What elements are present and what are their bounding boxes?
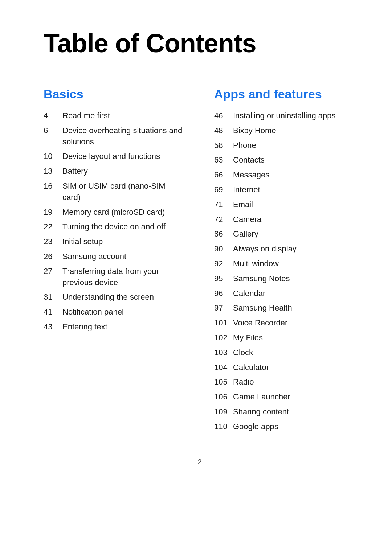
list-item: 71Email bbox=[214, 199, 356, 210]
list-item: 22Turning the device on and off bbox=[44, 221, 185, 233]
toc-item-text: Battery bbox=[62, 166, 88, 177]
list-item: 13Battery bbox=[44, 166, 185, 177]
basics-list: 4Read me first6Device overheating situat… bbox=[44, 110, 185, 333]
toc-item-text: Internet bbox=[233, 184, 260, 196]
toc-item-text: Sharing content bbox=[233, 406, 289, 418]
toc-page-number: 13 bbox=[44, 166, 62, 177]
toc-page-number: 19 bbox=[44, 207, 62, 218]
toc-item-text: Gallery bbox=[233, 229, 258, 240]
toc-item-text: Email bbox=[233, 199, 253, 210]
toc-page-number: 43 bbox=[44, 321, 62, 333]
toc-page-number: 72 bbox=[214, 214, 233, 225]
toc-page-number: 63 bbox=[214, 155, 233, 166]
list-item: 69Internet bbox=[214, 184, 356, 196]
toc-columns: Basics 4Read me first6Device overheating… bbox=[44, 87, 356, 436]
list-item: 63Contacts bbox=[214, 155, 356, 166]
list-item: 86Gallery bbox=[214, 229, 356, 240]
toc-page-number: 102 bbox=[214, 332, 233, 344]
toc-page-number: 90 bbox=[214, 243, 233, 255]
toc-item-text: Transferring data from your previous dev… bbox=[62, 266, 185, 288]
toc-item-text: Read me first bbox=[62, 110, 110, 122]
toc-page-number: 16 bbox=[44, 181, 62, 192]
list-item: 10Device layout and functions bbox=[44, 151, 185, 162]
toc-item-text: Messages bbox=[233, 169, 269, 181]
toc-item-text: Memory card (microSD card) bbox=[62, 207, 165, 218]
toc-page-number: 109 bbox=[214, 406, 233, 418]
toc-item-text: My Files bbox=[233, 332, 263, 344]
list-item: 103Clock bbox=[214, 347, 356, 358]
toc-page-number: 104 bbox=[214, 362, 233, 373]
list-item: 97Samsung Health bbox=[214, 303, 356, 314]
toc-page-number: 23 bbox=[44, 236, 62, 247]
toc-page-number: 27 bbox=[44, 266, 62, 277]
list-item: 109Sharing content bbox=[214, 406, 356, 418]
toc-item-text: Calculator bbox=[233, 362, 269, 373]
toc-page-number: 92 bbox=[214, 258, 233, 270]
list-item: 23Initial setup bbox=[44, 236, 185, 247]
toc-item-text: Radio bbox=[233, 377, 254, 388]
toc-item-text: Game Launcher bbox=[233, 391, 290, 403]
toc-page-number: 105 bbox=[214, 377, 233, 388]
list-item: 101Voice Recorder bbox=[214, 317, 356, 329]
toc-page-number: 10 bbox=[44, 151, 62, 162]
basics-column: Basics 4Read me first6Device overheating… bbox=[44, 87, 185, 336]
toc-page-number: 69 bbox=[214, 184, 233, 196]
list-item: 96Calendar bbox=[214, 288, 356, 299]
page-title: Table of Contents bbox=[44, 29, 356, 58]
list-item: 92Multi window bbox=[214, 258, 356, 270]
toc-page-number: 97 bbox=[214, 303, 233, 314]
list-item: 66Messages bbox=[214, 169, 356, 181]
toc-item-text: SIM or USIM card (nano-SIM card) bbox=[62, 181, 185, 203]
list-item: 41Notification panel bbox=[44, 307, 185, 318]
list-item: 95Samsung Notes bbox=[214, 273, 356, 284]
toc-page-number: 26 bbox=[44, 251, 62, 262]
toc-page-number: 96 bbox=[214, 288, 233, 299]
list-item: 46Installing or uninstalling apps bbox=[214, 110, 356, 122]
list-item: 43Entering text bbox=[44, 321, 185, 333]
list-item: 105Radio bbox=[214, 377, 356, 388]
toc-item-text: Samsung Notes bbox=[233, 273, 290, 284]
list-item: 48Bixby Home bbox=[214, 125, 356, 136]
toc-item-text: Initial setup bbox=[62, 236, 103, 247]
list-item: 19Memory card (microSD card) bbox=[44, 207, 185, 218]
toc-item-text: Phone bbox=[233, 140, 256, 151]
toc-item-text: Samsung account bbox=[62, 251, 126, 262]
basics-heading: Basics bbox=[44, 87, 185, 102]
toc-page-number: 4 bbox=[44, 110, 62, 122]
toc-item-text: Google apps bbox=[233, 421, 278, 432]
list-item: 27Transferring data from your previous d… bbox=[44, 266, 185, 288]
list-item: 72Camera bbox=[214, 214, 356, 225]
toc-page-number: 58 bbox=[214, 140, 233, 151]
toc-item-text: Clock bbox=[233, 347, 253, 358]
list-item: 90Always on display bbox=[214, 243, 356, 255]
toc-page-number: 103 bbox=[214, 347, 233, 358]
list-item: 58Phone bbox=[214, 140, 356, 151]
apps-column: Apps and features 46Installing or uninst… bbox=[214, 87, 356, 436]
toc-item-text: Calendar bbox=[233, 288, 265, 299]
toc-item-text: Bixby Home bbox=[233, 125, 276, 136]
toc-page-number: 71 bbox=[214, 199, 233, 210]
toc-item-text: Voice Recorder bbox=[233, 317, 287, 329]
list-item: 104Calculator bbox=[214, 362, 356, 373]
toc-item-text: Installing or uninstalling apps bbox=[233, 110, 336, 122]
toc-item-text: Notification panel bbox=[62, 307, 124, 318]
apps-list: 46Installing or uninstalling apps48Bixby… bbox=[214, 110, 356, 432]
toc-page-number: 101 bbox=[214, 317, 233, 329]
list-item: 31Understanding the screen bbox=[44, 292, 185, 303]
toc-page-number: 66 bbox=[214, 169, 233, 181]
toc-page-number: 41 bbox=[44, 307, 62, 318]
list-item: 102My Files bbox=[214, 332, 356, 344]
toc-item-text: Device overheating situations and soluti… bbox=[62, 125, 185, 148]
list-item: 6Device overheating situations and solut… bbox=[44, 125, 185, 148]
toc-item-text: Contacts bbox=[233, 155, 265, 166]
toc-item-text: Always on display bbox=[233, 243, 297, 255]
toc-page-number: 46 bbox=[214, 110, 233, 122]
toc-page-number: 106 bbox=[214, 391, 233, 403]
toc-item-text: Multi window bbox=[233, 258, 279, 270]
toc-page-number: 86 bbox=[214, 229, 233, 240]
toc-page-number: 6 bbox=[44, 125, 62, 136]
toc-item-text: Device layout and functions bbox=[62, 151, 160, 162]
toc-item-text: Samsung Health bbox=[233, 303, 292, 314]
toc-page-number: 48 bbox=[214, 125, 233, 136]
list-item: 4Read me first bbox=[44, 110, 185, 122]
